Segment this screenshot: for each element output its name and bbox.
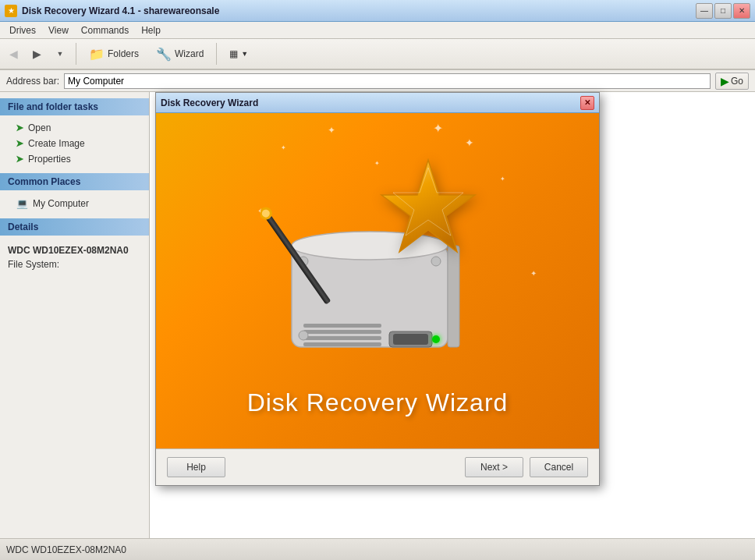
menu-commands[interactable]: Commands — [75, 23, 135, 37]
create-image-arrow-icon: ➤ — [16, 138, 23, 149]
file-tasks-title: File and folder tasks — [0, 98, 149, 115]
my-computer-icon: 💻 — [16, 197, 28, 210]
next-button[interactable]: Next > — [465, 457, 523, 477]
view-button[interactable]: ▦ ▼ — [222, 41, 255, 66]
details-section: Details WDC WD10EZEX-08M2NA0 File System… — [0, 218, 149, 275]
separator-2 — [216, 43, 217, 65]
app-icon: ★ — [5, 5, 17, 17]
sparkle-6: ✦ — [530, 269, 537, 278]
modal-action-buttons: Next > Cancel — [465, 457, 588, 477]
svg-rect-3 — [303, 324, 381, 328]
wizard-button[interactable]: 🔧 Wizard — [149, 41, 211, 66]
wizard-label: Wizard — [175, 48, 204, 59]
toolbar: ◀ ▶ ▼ 📁 Folders 🔧 Wizard ▦ ▼ — [0, 39, 755, 70]
window-controls: — □ ✕ — [696, 3, 750, 19]
folders-label: Folders — [108, 48, 139, 59]
cancel-button[interactable]: Cancel — [530, 457, 588, 477]
svg-rect-2 — [448, 246, 459, 347]
maximize-button[interactable]: □ — [714, 3, 732, 19]
sparkle-8: ✦ — [433, 121, 443, 136]
folders-button[interactable]: 📁 Folders — [82, 41, 146, 66]
sparkle-4: ✦ — [500, 175, 505, 183]
svg-rect-5 — [303, 336, 381, 340]
svg-rect-4 — [303, 330, 381, 334]
wizard-icon: 🔧 — [156, 47, 172, 62]
sparkle-1: ✦ — [328, 125, 335, 136]
status-bar: WDC WD10EZEX-08M2NA0 — [0, 538, 755, 560]
file-tasks-section: File and folder tasks ➤ Open ➤ Create Im… — [0, 98, 149, 167]
window-title: Disk Recovery Wizard 4.1 - sharewareonsa… — [22, 5, 696, 16]
modal-title-bar: Disk Recovery Wizard ✕ — [156, 93, 599, 113]
separator-1 — [76, 43, 76, 65]
details-filesystem: File System: — [8, 259, 141, 270]
modal-title-text: Disk Recovery Wizard — [161, 97, 580, 108]
modal-close-button[interactable]: ✕ — [580, 96, 594, 110]
menu-view[interactable]: View — [42, 23, 75, 37]
nav-dropdown[interactable]: ▼ — [50, 44, 70, 64]
details-content: WDC WD10EZEX-08M2NA0 File System: — [0, 240, 149, 275]
view-dropdown-icon: ▼ — [241, 50, 248, 58]
minimize-button[interactable]: — — [696, 3, 713, 19]
properties-label: Properties — [28, 154, 71, 165]
address-input[interactable] — [64, 73, 711, 89]
go-icon: ▶ — [721, 75, 729, 87]
menu-help[interactable]: Help — [135, 23, 167, 37]
menu-drives[interactable]: Drives — [3, 23, 42, 37]
my-computer-label: My Computer — [33, 198, 89, 209]
sidebar-item-open[interactable]: ➤ Open — [0, 120, 149, 136]
svg-point-12 — [431, 257, 441, 266]
forward-button[interactable]: ▶ — [27, 44, 47, 64]
folder-icon: 📁 — [89, 47, 105, 62]
hdd-illustration — [261, 152, 494, 355]
address-label: Address bar: — [6, 76, 59, 87]
go-label: Go — [731, 76, 743, 87]
common-places-section: Common Places 💻 My Computer — [0, 173, 149, 212]
sidebar-item-my-computer[interactable]: 💻 My Computer — [0, 195, 149, 212]
sidebar-item-create-image[interactable]: ➤ Create Image — [0, 136, 149, 151]
svg-point-1 — [292, 232, 448, 260]
sparkle-3: ✦ — [465, 136, 474, 149]
address-bar: Address bar: ▶ Go — [0, 70, 755, 92]
svg-point-11 — [299, 331, 308, 340]
details-drive-name: WDC WD10EZEX-08M2NA0 — [8, 245, 141, 256]
sparkle-2: ✦ — [281, 144, 286, 151]
sidebar-item-properties[interactable]: ➤ Properties — [0, 151, 149, 167]
view-icon: ▦ — [229, 48, 238, 59]
modal-footer: Help Next > Cancel — [156, 448, 599, 485]
create-image-label: Create Image — [28, 138, 85, 149]
properties-arrow-icon: ➤ — [16, 154, 23, 165]
menu-bar: Drives View Commands Help — [0, 22, 755, 39]
svg-rect-6 — [303, 342, 381, 346]
open-label: Open — [28, 122, 51, 133]
title-bar: ★ Disk Recovery Wizard 4.1 - sharewareon… — [0, 0, 755, 22]
help-button[interactable]: Help — [167, 457, 225, 477]
details-title: Details — [0, 218, 149, 236]
open-arrow-icon: ➤ — [16, 122, 23, 133]
common-places-title: Common Places — [0, 173, 149, 190]
sidebar: File and folder tasks ➤ Open ➤ Create Im… — [0, 92, 150, 538]
close-button[interactable]: ✕ — [733, 3, 750, 19]
go-button[interactable]: ▶ Go — [715, 73, 749, 90]
svg-rect-8 — [393, 334, 428, 345]
modal-app-title: Disk Recovery Wizard — [247, 388, 509, 417]
back-button[interactable]: ◀ — [3, 44, 23, 64]
status-text: WDC WD10EZEX-08M2NA0 — [6, 544, 126, 555]
modal-dialog: Disk Recovery Wizard ✕ ✦ ✦ ✦ ✦ ✦ ✦ ✦ ✦ — [155, 92, 600, 486]
svg-point-9 — [432, 335, 440, 343]
modal-body: ✦ ✦ ✦ ✦ ✦ ✦ ✦ ✦ — [156, 113, 599, 448]
